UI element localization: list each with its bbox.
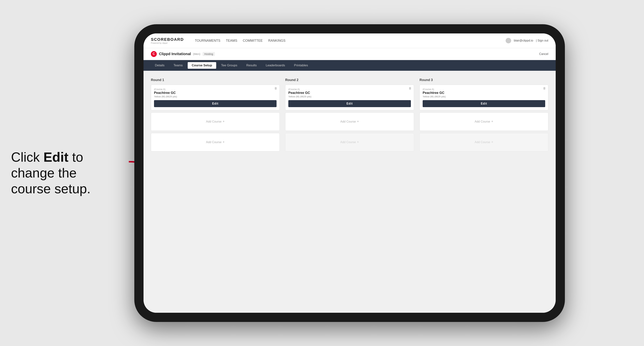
round-2-title: Round 2 bbox=[285, 78, 414, 82]
round-1-column: Round 1 🗑 (Course A) Peachtree GC Yellow… bbox=[151, 78, 280, 154]
round-3-add-course-2: Add Course + bbox=[420, 133, 548, 152]
annotation-text: Click Edit to change the course setup. bbox=[11, 149, 122, 197]
user-avatar bbox=[506, 38, 511, 43]
sign-out-link[interactable]: | Sign out bbox=[536, 39, 548, 42]
round-1-course-details: Yellow (M) (6629 yds) bbox=[154, 95, 276, 98]
tablet-device: SCOREBOARD Powered by clippd TOURNAMENTS… bbox=[134, 24, 565, 322]
round-1-edit-button[interactable]: Edit bbox=[154, 100, 276, 107]
round-3-delete-icon[interactable]: 🗑 bbox=[543, 87, 546, 90]
round-1-delete-icon[interactable]: 🗑 bbox=[274, 87, 277, 90]
round-3-edit-button[interactable]: Edit bbox=[423, 100, 545, 107]
nav-right: blair@clippd.io | Sign out bbox=[506, 38, 548, 43]
main-content: Round 1 🗑 (Course A) Peachtree GC Yellow… bbox=[144, 71, 556, 313]
tab-details[interactable]: Details bbox=[151, 62, 168, 69]
tournament-name: Clippd Invitational bbox=[159, 52, 191, 56]
tab-printables[interactable]: Printables bbox=[290, 62, 312, 69]
rounds-grid: Round 1 🗑 (Course A) Peachtree GC Yellow… bbox=[151, 78, 548, 154]
tab-leaderboards[interactable]: Leaderboards bbox=[262, 62, 289, 69]
round-3-course-name: Peachtree GC bbox=[423, 91, 545, 95]
round-2-course-card: 🗑 (Course A) Peachtree GC Yellow (M) (66… bbox=[285, 85, 414, 110]
sub-header: C Clippd Invitational (Men) Hosting Canc… bbox=[144, 48, 556, 60]
tournament-gender: (Men) bbox=[193, 52, 200, 55]
round-1-course-label: (Course A) bbox=[154, 88, 276, 91]
round-3-course-card: 🗑 (Course A) Peachtree GC Yellow (M) (66… bbox=[420, 85, 548, 110]
round-3-column: Round 3 🗑 (Course A) Peachtree GC Yellow… bbox=[420, 78, 548, 154]
hosting-badge: Hosting bbox=[202, 52, 215, 56]
top-nav: SCOREBOARD Powered by clippd TOURNAMENTS… bbox=[144, 33, 556, 48]
round-2-column: Round 2 🗑 (Course A) Peachtree GC Yellow… bbox=[285, 78, 414, 154]
brand-sub: Powered by clippd bbox=[151, 42, 184, 44]
nav-links: TOURNAMENTS TEAMS COMMITTEE RANKINGS bbox=[195, 38, 498, 43]
user-email: blair@clippd.io bbox=[514, 39, 533, 42]
round-2-delete-icon[interactable]: 🗑 bbox=[409, 87, 412, 90]
nav-teams[interactable]: TEAMS bbox=[226, 38, 237, 43]
nav-rankings[interactable]: RANKINGS bbox=[268, 38, 286, 43]
tablet-screen: SCOREBOARD Powered by clippd TOURNAMENTS… bbox=[144, 33, 556, 313]
nav-committee[interactable]: COMMITTEE bbox=[243, 38, 263, 43]
tab-results[interactable]: Results bbox=[242, 62, 261, 69]
tab-teams[interactable]: Teams bbox=[170, 62, 187, 69]
nav-tournaments[interactable]: TOURNAMENTS bbox=[195, 38, 220, 43]
round-2-add-course-1[interactable]: Add Course + bbox=[285, 112, 414, 131]
round-3-add-course-1[interactable]: Add Course + bbox=[420, 112, 548, 131]
tournament-info: C Clippd Invitational (Men) Hosting bbox=[151, 51, 215, 57]
round-1-add-course-2[interactable]: Add Course + bbox=[151, 133, 280, 152]
round-2-course-name: Peachtree GC bbox=[288, 91, 411, 95]
round-3-course-label: (Course A) bbox=[423, 88, 545, 91]
tab-tee-groups[interactable]: Tee Groups bbox=[217, 62, 242, 69]
round-1-title: Round 1 bbox=[151, 78, 280, 82]
brand-name: SCOREBOARD bbox=[151, 37, 184, 42]
round-1-course-card: 🗑 (Course A) Peachtree GC Yellow (M) (66… bbox=[151, 85, 280, 110]
tab-course-setup[interactable]: Course Setup bbox=[188, 62, 216, 69]
round-1-add-course-1[interactable]: Add Course + bbox=[151, 112, 280, 131]
clippd-logo: C bbox=[151, 51, 157, 57]
round-3-course-details: Yellow (M) (6629 yds) bbox=[423, 95, 545, 98]
brand: SCOREBOARD Powered by clippd bbox=[151, 37, 184, 44]
tabs-row: Details Teams Course Setup Tee Groups Re… bbox=[144, 60, 556, 71]
round-1-course-name: Peachtree GC bbox=[154, 91, 276, 95]
cancel-button[interactable]: Cancel bbox=[539, 52, 548, 56]
round-3-title: Round 3 bbox=[420, 78, 548, 82]
round-2-edit-button[interactable]: Edit bbox=[288, 100, 411, 107]
round-2-course-details: Yellow (M) (6629 yds) bbox=[288, 95, 411, 98]
round-2-course-label: (Course A) bbox=[288, 88, 411, 91]
round-2-add-course-2: Add Course + bbox=[285, 133, 414, 152]
